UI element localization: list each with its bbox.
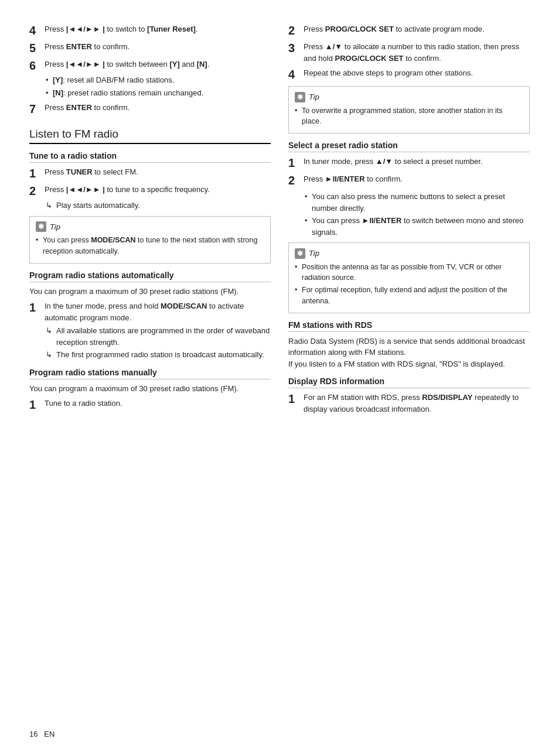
rds-title: FM stations with RDS	[288, 320, 530, 332]
display-rds-step-1: 1 For an FM station with RDS, press RDS/…	[288, 392, 530, 415]
step-6-text: Press |◄◄/►► | to switch between [Y] and…	[45, 59, 271, 70]
rds-intro: Radio Data System (RDS) is a service tha…	[288, 336, 530, 370]
manual-tip: ✱ Tip To overwrite a programmed station,…	[288, 86, 530, 134]
select-step-1-text: In tuner mode, press ▲/▼ to select a pre…	[304, 156, 530, 167]
page-content: 4 Press |◄◄/►► | to switch to [Tuner Res…	[29, 23, 530, 418]
step-4-text: Press |◄◄/►► | to switch to [Tuner Reset…	[45, 23, 271, 35]
auto-step-1-arrows: All available stations are programmed in…	[46, 325, 271, 361]
step-5-text: Press ENTER to confirm.	[45, 41, 271, 53]
manual-step-3-text: Press ▲/▼ to allocate a number to this r…	[304, 41, 530, 64]
manual-step-1-text: Tune to a radio station.	[45, 398, 271, 409]
display-rds-step-1-text: For an FM station with RDS, press RDS/DI…	[304, 392, 530, 415]
tip-star-icon-3: ✱	[295, 248, 305, 259]
manual-program-title: Program radio stations manually	[29, 368, 271, 379]
auto-program-title: Program radio stations automatically	[29, 271, 271, 282]
auto-step-1-text: In the tuner mode, press and hold MODE/S…	[45, 300, 271, 323]
tune-title: Tune to a radio station	[29, 151, 271, 163]
step-7-text: Press ENTER to confirm.	[45, 102, 271, 114]
tune-subsection: Tune to a radio station 1 Press TUNER to…	[29, 151, 271, 264]
tune-arrow-1: Play starts automatically.	[46, 200, 271, 211]
step-6: 6 Press |◄◄/►► | to switch between [Y] a…	[29, 59, 271, 98]
select-tip-label: Tip	[309, 248, 319, 259]
tune-step-1-num: 1	[29, 166, 41, 180]
listen-section: Listen to FM radio Tune to a radio stati…	[29, 128, 271, 412]
step-7-num: 7	[29, 102, 41, 116]
auto-program-subsection: Program radio stations automatically You…	[29, 271, 271, 361]
select-step-1-num: 1	[288, 156, 300, 170]
manual-tip-item-1: To overwrite a programmed station, store…	[295, 105, 523, 128]
tune-tip: ✱ Tip You can press MODE/SCAN to tune to…	[29, 216, 271, 264]
manual-tip-label: Tip	[309, 91, 319, 103]
select-preset-title: Select a preset radio station	[288, 141, 530, 152]
manual-program-intro: You can program a maximum of 30 preset r…	[29, 383, 271, 395]
bullet-y: [Y]: reset all DAB/FM radio stations.	[46, 74, 271, 86]
bullet-n: [N]: preset radio stations remain unchan…	[46, 87, 271, 99]
manual-tip-header: ✱ Tip	[295, 91, 523, 103]
select-step-1: 1 In tuner mode, press ▲/▼ to select a p…	[288, 156, 530, 170]
manual-step-4-text: Repeat the above steps to program other …	[304, 67, 530, 79]
step-5: 5 Press ENTER to confirm.	[29, 41, 271, 55]
tune-step-1: 1 Press TUNER to select FM.	[29, 166, 271, 180]
manual-step-1-num: 1	[29, 398, 41, 412]
rds-section: FM stations with RDS Radio Data System (…	[288, 320, 530, 370]
step-6-bullets: [Y]: reset all DAB/FM radio stations. [N…	[46, 74, 271, 98]
manual-step-2: 2 Press PROG/CLOCK SET to activate progr…	[288, 23, 530, 37]
select-step-2-num: 2	[288, 173, 300, 187]
manual-step-3-num: 3	[288, 41, 300, 55]
tune-step-2: 2 Press |◄◄/►► | to tune to a specific f…	[29, 184, 271, 211]
select-step-2-text: Press ►II/ENTER to confirm.	[304, 173, 530, 185]
display-rds-title: Display RDS information	[288, 377, 530, 388]
select-tip: ✱ Tip Position the antenna as far as pos…	[288, 242, 530, 313]
page-footer: 16 EN	[29, 730, 54, 738]
select-bullets: You can also press the numeric buttons t…	[305, 191, 530, 238]
display-rds-step-1-num: 1	[288, 392, 300, 406]
auto-step-1-num: 1	[29, 300, 41, 314]
step-4: 4 Press |◄◄/►► | to switch to [Tuner Res…	[29, 23, 271, 37]
tip-star-icon: ✱	[36, 221, 46, 232]
step-6-num: 6	[29, 59, 41, 73]
listen-section-title: Listen to FM radio	[29, 128, 271, 144]
select-bullet-2: You can press ►II/ENTER to switch betwee…	[305, 215, 530, 238]
left-column: 4 Press |◄◄/►► | to switch to [Tuner Res…	[29, 23, 271, 418]
select-bullet-1: You can also press the numeric buttons t…	[305, 191, 530, 214]
tune-step-2-num: 2	[29, 184, 41, 198]
tune-tip-label: Tip	[50, 221, 60, 233]
manual-step-2-num: 2	[288, 23, 300, 37]
display-rds-section: Display RDS information 1 For an FM stat…	[288, 377, 530, 415]
select-preset-subsection: Select a preset radio station 1 In tuner…	[288, 141, 530, 313]
page-lang: EN	[44, 730, 54, 738]
manual-tip-list: To overwrite a programmed station, store…	[295, 105, 523, 128]
manual-step-1: 1 Tune to a radio station.	[29, 398, 271, 412]
tune-step-2-arrows: Play starts automatically.	[46, 200, 271, 211]
top-steps-block: 4 Press |◄◄/►► | to switch to [Tuner Res…	[29, 23, 271, 116]
manual-step-4-num: 4	[288, 67, 300, 81]
step-7: 7 Press ENTER to confirm.	[29, 102, 271, 116]
tune-tip-header: ✱ Tip	[36, 221, 264, 233]
manual-step-2-text: Press PROG/CLOCK SET to activate program…	[304, 23, 530, 35]
select-tip-item-1: Position the antenna as far as possible …	[295, 262, 523, 284]
select-tip-header: ✱ Tip	[295, 248, 523, 259]
select-step-2: 2 Press ►II/ENTER to confirm.	[288, 173, 530, 187]
auto-arrow-1: All available stations are programmed in…	[46, 325, 271, 348]
manual-program-subsection: Program radio stations manually You can …	[29, 368, 271, 412]
select-tip-item-2: For optimal reception, fully extend and …	[295, 285, 523, 307]
tip-star-icon-2: ✱	[295, 92, 305, 102]
auto-arrow-2: The first programmed radio station is br…	[46, 349, 271, 361]
tune-step-2-text: Press |◄◄/►► | to tune to a specific fre…	[45, 184, 271, 196]
right-column: 2 Press PROG/CLOCK SET to activate progr…	[288, 23, 530, 418]
tune-step-1-text: Press TUNER to select FM.	[45, 166, 271, 178]
tune-tip-item-1: You can press MODE/SCAN to tune to the n…	[36, 235, 264, 257]
manual-step-4: 4 Repeat the above steps to program othe…	[288, 67, 530, 81]
auto-step-1: 1 In the tuner mode, press and hold MODE…	[29, 300, 271, 361]
auto-program-intro: You can program a maximum of 30 preset r…	[29, 286, 271, 297]
step-5-num: 5	[29, 41, 41, 55]
page-number: 16	[29, 730, 38, 738]
select-tip-list: Position the antenna as far as possible …	[295, 262, 523, 307]
manual-step-3: 3 Press ▲/▼ to allocate a number to this…	[288, 41, 530, 64]
manual-cont-steps: 2 Press PROG/CLOCK SET to activate progr…	[288, 23, 530, 134]
step-4-num: 4	[29, 23, 41, 37]
tune-tip-list: You can press MODE/SCAN to tune to the n…	[36, 235, 264, 257]
